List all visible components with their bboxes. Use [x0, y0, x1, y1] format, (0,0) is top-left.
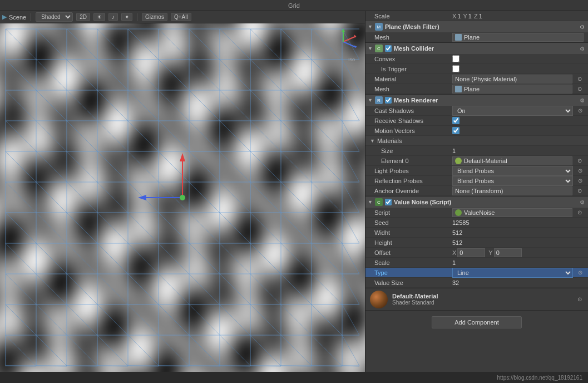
mesh-renderer-header[interactable]: ▼ R Mesh Renderer ⚙ — [365, 95, 588, 106]
gizmos-button[interactable]: Gizmos — [142, 13, 167, 21]
width-text: 512 — [452, 229, 462, 236]
mesh-filter-header[interactable]: ▼ M Plane (Mesh Filter) ⚙ — [365, 21, 588, 32]
offset-label: Offset — [374, 249, 452, 256]
scale-y-value: 1 — [468, 13, 472, 19]
mesh-collider-mesh-end-btn[interactable]: ⊙ — [576, 85, 584, 93]
element0-asset[interactable]: Default-Material — [452, 156, 572, 165]
seed-row: Seed 12585 — [365, 218, 588, 228]
width-value: 512 — [452, 229, 584, 236]
element0-row: Element 0 Default-Material ⊙ — [365, 156, 588, 166]
height-label: Height — [374, 239, 452, 246]
value-noise-checkbox[interactable] — [385, 199, 392, 205]
mesh-collider-convex-checkbox[interactable] — [452, 55, 459, 62]
materials-size-label: Size — [374, 148, 452, 154]
mesh-collider-checkbox[interactable] — [385, 45, 392, 52]
value-noise-header[interactable]: ▼ C Value Noise (Script) ⚙ — [365, 197, 588, 208]
add-component-row: Add Component — [365, 311, 588, 334]
scene-viewport[interactable]: X Z Iso — [0, 23, 365, 372]
reflection-probes-value: Blend Probes ⊙ — [452, 176, 584, 186]
cast-shadows-select[interactable]: On — [452, 106, 573, 116]
toolbar-sep-1 — [31, 13, 31, 21]
height-value: 512 — [452, 239, 584, 246]
mesh-collider-settings-btn[interactable]: ⚙ — [578, 45, 586, 52]
script-asset[interactable]: ValueNoise — [452, 208, 572, 217]
materials-label: Materials — [377, 138, 402, 144]
height-text: 512 — [452, 239, 462, 246]
svg-line-3 — [343, 42, 356, 47]
shading-mode-select[interactable]: Shaded — [36, 12, 73, 22]
mesh-collider-component: ▼ C Mesh Collider ⚙ Convex Is Trigger — [365, 43, 588, 95]
bottom-bar: https://blog.csdn.net/qq_18192161 — [0, 372, 588, 383]
value-noise-icon: C — [375, 198, 383, 206]
mesh-filter-settings-btn[interactable]: ⚙ — [578, 23, 586, 31]
mesh-filter-mesh-label: Mesh — [374, 34, 452, 41]
light-probes-select[interactable]: Blend Probes — [452, 166, 573, 176]
inspector-scroll[interactable]: Scale X 1 Y 1 Z 1 — [365, 11, 588, 372]
cast-shadows-row: Cast Shadows On ⊙ — [365, 106, 588, 116]
offset-x-input[interactable] — [457, 248, 485, 257]
anchor-override-asset[interactable]: None (Transform) — [452, 186, 572, 195]
mesh-renderer-component: ▼ R Mesh Renderer ⚙ Cast Shadows On ⊙ — [365, 95, 588, 197]
script-value: ValueNoise ⊙ — [452, 208, 584, 217]
mesh-collider-material-asset[interactable]: None (Physic Material) — [452, 75, 572, 84]
mesh-collider-material-row: Material None (Physic Material) ⊙ — [365, 74, 588, 84]
mesh-collider-mesh-value: Plane ⊙ — [452, 85, 584, 94]
type-select[interactable]: Line — [452, 268, 573, 278]
add-component-button[interactable]: Add Component — [432, 316, 522, 328]
value-noise-settings-btn[interactable]: ⚙ — [578, 198, 586, 206]
scale-z-value: 1 — [479, 13, 482, 19]
offset-y-input[interactable] — [494, 248, 522, 257]
seed-value: 12585 — [452, 219, 584, 226]
mesh-collider-trigger-checkbox[interactable] — [452, 65, 459, 72]
motion-vectors-checkbox[interactable] — [452, 127, 459, 134]
fx-button[interactable]: ✦ — [121, 13, 132, 21]
2d-button[interactable]: 2D — [76, 13, 90, 21]
height-row: Height 512 — [365, 238, 588, 248]
value-noise-title: Value Noise (Script) — [394, 199, 576, 205]
mesh-collider-material-label: Material — [374, 76, 452, 82]
cast-shadows-end-btn[interactable]: ⊙ — [576, 107, 584, 115]
offset-x-label: X — [452, 249, 456, 256]
svg-line-0 — [343, 36, 356, 42]
scene-tab-label: ▶ Scene — [2, 13, 26, 21]
mesh-filter-component: ▼ M Plane (Mesh Filter) ⚙ Mesh Plane — [365, 21, 588, 43]
script-end-btn[interactable]: ⊙ — [576, 209, 584, 217]
receive-shadows-checkbox[interactable] — [452, 117, 459, 124]
light-button[interactable]: ☀ — [93, 13, 105, 21]
type-value: Line ⊙ — [452, 268, 584, 278]
scene-toolbar: ▶ Scene Shaded 2D ☀ ♪ ✦ Gizmos Q+All — [0, 11, 365, 23]
seed-text: 12585 — [452, 219, 470, 226]
materials-section-header[interactable]: ▼ Materials — [365, 136, 588, 146]
element0-label: Element 0 — [374, 158, 452, 164]
all-button[interactable]: Q+All — [171, 13, 191, 21]
light-probes-end-btn[interactable]: ⊙ — [576, 167, 584, 175]
reflection-probes-select[interactable]: Blend Probes — [452, 176, 573, 186]
mesh-collider-mesh-label: Mesh — [374, 86, 452, 92]
mesh-collider-icon: C — [375, 45, 383, 52]
mesh-collider-header[interactable]: ▼ C Mesh Collider ⚙ — [365, 43, 588, 54]
mesh-collider-convex-label: Convex — [374, 56, 452, 62]
mesh-renderer-checkbox[interactable] — [385, 97, 392, 104]
type-end-btn[interactable]: ⊙ — [576, 269, 584, 277]
receive-shadows-value — [452, 117, 584, 124]
toolbar-sep-2 — [137, 13, 137, 21]
scene-panel: ▶ Scene Shaded 2D ☀ ♪ ✦ Gizmos Q+All — [0, 11, 365, 372]
element0-end-btn[interactable]: ⊙ — [576, 157, 584, 165]
mesh-renderer-arrow: ▼ — [368, 97, 373, 103]
mesh-filter-asset[interactable]: Plane — [452, 33, 584, 42]
svg-marker-7 — [342, 29, 345, 32]
material-end-btn[interactable]: ⊙ — [576, 296, 584, 303]
reflection-probes-end-btn[interactable]: ⊙ — [576, 177, 584, 185]
scale-x-label: X — [452, 13, 456, 19]
mesh-renderer-settings-btn[interactable]: ⚙ — [578, 96, 586, 104]
anchor-override-end-btn[interactable]: ⊙ — [576, 187, 584, 195]
mesh-collider-material-end-btn[interactable]: ⊙ — [576, 75, 584, 83]
value-size-value: 32 — [452, 279, 584, 286]
mesh-collider-mesh-asset[interactable]: Plane — [452, 85, 572, 94]
light-probes-label: Light Probes — [374, 168, 452, 174]
script-row: Script ValueNoise ⊙ — [365, 208, 588, 218]
top-bar-title: Grid — [288, 2, 300, 9]
material-info: Default-Material Shader Standard — [392, 293, 571, 306]
material-row: Default-Material Shader Standard ⊙ — [365, 288, 588, 311]
audio-button[interactable]: ♪ — [108, 13, 118, 21]
